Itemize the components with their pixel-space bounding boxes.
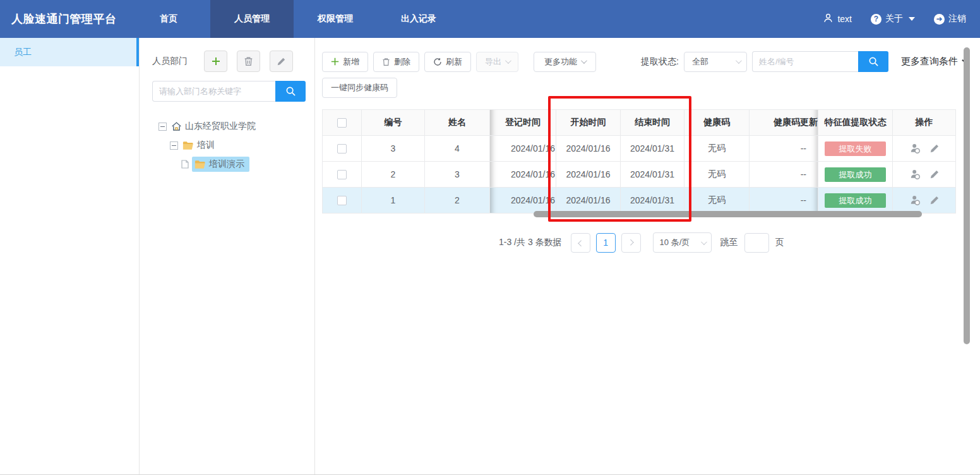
collapse-icon[interactable] bbox=[158, 123, 167, 131]
name-search-input[interactable] bbox=[752, 51, 858, 72]
cell-name: 4 bbox=[425, 136, 490, 162]
more-functions-button[interactable]: 更多功能 bbox=[534, 52, 596, 72]
tab-permission[interactable]: 权限管理 bbox=[294, 0, 377, 38]
cell-name: 3 bbox=[425, 162, 490, 188]
header-select bbox=[323, 110, 362, 136]
topbar-right: text ? 关于 ➜ 注销 bbox=[823, 0, 980, 38]
header-extract-status: 特征值提取状态 bbox=[818, 110, 893, 136]
edit-department-button[interactable] bbox=[270, 51, 293, 72]
tree-node-college[interactable]: 山东经贸职业学院 bbox=[152, 117, 306, 136]
refresh-button[interactable]: 刷新 bbox=[424, 52, 471, 72]
add-button[interactable]: 新增 bbox=[322, 52, 368, 72]
edit-icon[interactable] bbox=[929, 195, 940, 205]
tree-node-training-demo[interactable]: 培训演示 bbox=[152, 155, 306, 174]
more-query-toggle[interactable]: 更多查询条件 bbox=[901, 56, 967, 68]
chevron-down-icon bbox=[701, 239, 707, 245]
header-name: 姓名 bbox=[425, 110, 490, 136]
edit-icon[interactable] bbox=[929, 143, 940, 153]
logout-button[interactable]: ➜ 注销 bbox=[934, 13, 966, 25]
cell-health-code: 无码 bbox=[684, 188, 750, 213]
about-menu[interactable]: ? 关于 bbox=[871, 13, 915, 25]
department-search-input[interactable] bbox=[152, 81, 275, 102]
page-size-select[interactable]: 10 条/页 bbox=[653, 232, 712, 253]
cell-health-code: 无码 bbox=[684, 136, 750, 162]
face-capture-icon[interactable] bbox=[909, 169, 921, 180]
department-tree: 山东经贸职业学院 培训 bbox=[152, 117, 306, 174]
logout-label: 注销 bbox=[948, 13, 966, 25]
horizontal-scrollbar[interactable] bbox=[534, 211, 922, 217]
name-search bbox=[752, 51, 888, 72]
extract-status-select[interactable]: 全部 bbox=[684, 52, 747, 72]
header-end-time: 结束时间 bbox=[621, 110, 684, 136]
user-menu[interactable]: text bbox=[823, 13, 852, 25]
main-content: 新增 删除 刷新 导出 bbox=[315, 38, 980, 475]
app-window: 人脸速通门管理平台 首页 人员管理 权限管理 出入记录 text ? 关于 bbox=[0, 0, 980, 475]
face-capture-icon[interactable] bbox=[909, 143, 921, 154]
cell-register-time: 2024/01/16 bbox=[490, 136, 556, 162]
tab-personnel[interactable]: 人员管理 bbox=[210, 0, 294, 38]
add-department-button[interactable] bbox=[204, 51, 227, 72]
jump-page-input[interactable] bbox=[744, 233, 769, 253]
department-search bbox=[152, 81, 306, 102]
tab-home[interactable]: 首页 bbox=[127, 0, 210, 38]
pagination-summary: 1-3 /共 3 条数据 bbox=[499, 237, 562, 248]
cell-id: 2 bbox=[362, 162, 425, 188]
row-checkbox[interactable] bbox=[337, 196, 347, 205]
extract-status-badge: 提取成功 bbox=[825, 193, 886, 208]
toolbar-row2: 一键同步健康码 bbox=[322, 78, 967, 98]
tree-node-label: 培训演示 bbox=[209, 159, 244, 170]
edit-icon[interactable] bbox=[929, 169, 940, 179]
name-search-button[interactable] bbox=[858, 51, 888, 72]
sync-health-code-button[interactable]: 一键同步健康码 bbox=[322, 78, 397, 98]
delete-button[interactable]: 删除 bbox=[373, 52, 419, 72]
table-row[interactable]: 2 3 2024/01/16 2024/01/16 2024/01/31 无码 … bbox=[323, 162, 956, 188]
table-row[interactable]: 3 4 2024/01/16 2024/01/16 2024/01/31 无码 … bbox=[323, 136, 956, 162]
sidebar-item-employee[interactable]: 员工 bbox=[0, 38, 139, 66]
left-sidebar: 员工 bbox=[0, 38, 140, 475]
caret-down-icon bbox=[909, 17, 915, 21]
cell-start-time: 2024/01/16 bbox=[556, 188, 621, 213]
collapse-icon[interactable] bbox=[170, 141, 178, 150]
tree-node-selected: 培训演示 bbox=[192, 157, 249, 172]
header-operation: 操作 bbox=[893, 110, 956, 136]
cell-end-time: 2024/01/31 bbox=[621, 162, 684, 188]
chevron-down-icon bbox=[581, 57, 587, 64]
tree-node-label: 培训 bbox=[197, 140, 215, 151]
logout-icon: ➜ bbox=[934, 14, 945, 25]
folder-icon bbox=[182, 141, 194, 150]
prev-page-button[interactable] bbox=[571, 233, 590, 253]
department-search-button[interactable] bbox=[275, 81, 306, 102]
row-checkbox[interactable] bbox=[337, 170, 347, 179]
delete-department-button[interactable] bbox=[237, 51, 260, 72]
export-button[interactable]: 导出 bbox=[476, 52, 518, 72]
user-label: text bbox=[837, 14, 852, 24]
jump-suffix: 页 bbox=[775, 237, 784, 248]
row-checkbox[interactable] bbox=[337, 144, 347, 153]
department-header: 人员部门 bbox=[152, 51, 306, 72]
face-capture-icon[interactable] bbox=[909, 195, 921, 206]
page-body: 员工 人员部门 bbox=[0, 38, 980, 475]
next-page-button[interactable] bbox=[621, 233, 641, 253]
vertical-scrollbar[interactable] bbox=[964, 47, 970, 344]
chevron-right-icon bbox=[627, 239, 633, 245]
folder-icon bbox=[194, 160, 206, 169]
page-size-value: 10 条/页 bbox=[660, 237, 690, 248]
page-number-button[interactable]: 1 bbox=[596, 233, 616, 253]
department-panel: 人员部门 bbox=[140, 38, 315, 475]
personnel-table: 编号 姓名 登记时间 开始时间 结束时间 健康码 健康码更新 特征值提取状态 操… bbox=[322, 109, 955, 213]
home-icon bbox=[171, 121, 182, 131]
cell-start-time: 2024/01/16 bbox=[556, 136, 621, 162]
export-button-label: 导出 bbox=[485, 56, 501, 68]
tree-node-label: 山东经贸职业学院 bbox=[185, 121, 256, 132]
cell-health-update: -- bbox=[750, 136, 818, 162]
cell-id: 3 bbox=[362, 136, 425, 162]
extract-status-label: 提取状态: bbox=[641, 56, 679, 68]
cell-id: 1 bbox=[362, 188, 425, 213]
tab-access-records[interactable]: 出入记录 bbox=[377, 0, 460, 38]
toolbar: 新增 删除 刷新 导出 bbox=[322, 51, 967, 72]
select-all-checkbox[interactable] bbox=[337, 118, 347, 128]
more-query-label: 更多查询条件 bbox=[901, 56, 958, 68]
table-row-highlighted[interactable]: 1 2 2024/01/16 2024/01/16 2024/01/31 无码 … bbox=[323, 188, 956, 213]
tree-node-training[interactable]: 培训 bbox=[152, 136, 306, 155]
user-icon bbox=[823, 13, 834, 25]
